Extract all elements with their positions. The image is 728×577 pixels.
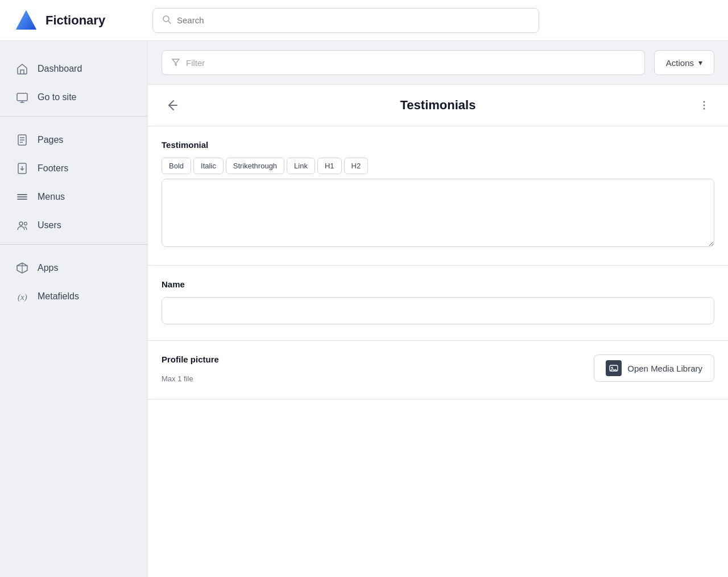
media-library-icon xyxy=(606,360,622,376)
main-layout: Dashboard Go to site Pages Footers xyxy=(0,41,728,577)
menu-icon xyxy=(16,191,28,203)
logo-area: Fictionary xyxy=(14,8,139,33)
sidebar-item-go-to-site[interactable]: Go to site xyxy=(0,83,147,112)
svg-point-18 xyxy=(24,222,27,225)
sidebar-item-menus[interactable]: Menus xyxy=(0,183,147,211)
toolbar-bold-btn[interactable]: Bold xyxy=(162,158,191,174)
sidebar-item-pages-label: Pages xyxy=(38,135,63,145)
content-area: Filter Actions ▾ Testimonials xyxy=(148,41,728,577)
sidebar-item-menus-label: Menus xyxy=(38,192,65,202)
name-section: Name xyxy=(148,266,728,341)
sidebar-item-dashboard-label: Dashboard xyxy=(38,64,82,74)
sidebar-item-footers-label: Footers xyxy=(38,163,68,174)
search-icon xyxy=(162,15,171,26)
filter-bar: Filter Actions ▾ xyxy=(148,41,728,85)
richtext-toolbar: Bold Italic Strikethrough Link H1 H2 xyxy=(162,158,714,174)
users-icon xyxy=(16,219,28,232)
panel-back-button[interactable] xyxy=(162,95,182,116)
sidebar-item-users[interactable]: Users xyxy=(0,211,147,240)
sidebar-item-apps[interactable]: Apps xyxy=(0,254,147,282)
app-title: Fictionary xyxy=(46,13,105,28)
file-icon xyxy=(16,134,28,146)
download-file-icon xyxy=(16,162,28,175)
sidebar-item-metafields[interactable]: (x) Metafields xyxy=(0,282,147,311)
sidebar-top-section: Dashboard Go to site xyxy=(0,50,147,117)
name-label: Name xyxy=(162,279,714,289)
toolbar-italic-btn[interactable]: Italic xyxy=(193,158,224,174)
open-media-library-label: Open Media Library xyxy=(627,364,702,373)
sidebar-item-users-label: Users xyxy=(38,220,61,230)
panel-header: Testimonials xyxy=(148,85,728,126)
svg-point-26 xyxy=(611,367,613,369)
toolbar-h2-btn[interactable]: H2 xyxy=(344,158,369,174)
sidebar-bottom-section: Apps (x) Metafields xyxy=(0,249,147,315)
svg-line-4 xyxy=(168,21,171,23)
open-media-library-button[interactable]: Open Media Library xyxy=(594,355,714,382)
svg-point-24 xyxy=(703,108,705,110)
sidebar-item-pages[interactable]: Pages xyxy=(0,126,147,154)
profile-picture-label: Profile picture xyxy=(162,355,219,364)
toolbar-link-btn[interactable]: Link xyxy=(287,158,315,174)
filter-icon xyxy=(171,57,180,68)
svg-rect-5 xyxy=(17,93,27,101)
testimonial-label: Testimonial xyxy=(162,140,714,150)
home-icon xyxy=(16,63,28,75)
sidebar-item-dashboard[interactable]: Dashboard xyxy=(0,55,147,83)
svg-point-17 xyxy=(19,222,23,225)
testimonial-editor[interactable] xyxy=(162,179,714,247)
logo-icon xyxy=(14,8,39,33)
profile-picture-section: Profile picture Max 1 file Open Media Li… xyxy=(148,341,728,399)
filter-input[interactable]: Filter xyxy=(162,50,645,75)
toolbar-strikethrough-btn[interactable]: Strikethrough xyxy=(226,158,284,174)
panel-more-button[interactable] xyxy=(694,95,714,116)
profile-picture-row: Profile picture Max 1 file Open Media Li… xyxy=(162,355,714,383)
top-header: Fictionary xyxy=(0,0,728,41)
name-input[interactable] xyxy=(162,297,714,324)
cube-icon xyxy=(16,262,28,274)
svg-point-22 xyxy=(703,101,705,103)
filter-placeholder-text: Filter xyxy=(186,58,205,68)
svg-text:(x): (x) xyxy=(18,292,27,302)
svg-marker-2 xyxy=(16,10,36,30)
monitor-icon xyxy=(16,91,28,104)
search-input[interactable] xyxy=(177,15,530,25)
profile-picture-labels: Profile picture Max 1 file xyxy=(162,355,219,383)
sidebar-item-apps-label: Apps xyxy=(38,263,58,273)
profile-picture-sublabel: Max 1 file xyxy=(162,374,219,383)
sidebar-item-footers[interactable]: Footers xyxy=(0,154,147,183)
search-bar[interactable] xyxy=(152,8,539,33)
panel-title: Testimonials xyxy=(400,98,476,113)
form-area: Testimonial Bold Italic Strikethrough Li… xyxy=(148,126,728,577)
variable-icon: (x) xyxy=(16,290,28,303)
actions-label: Actions xyxy=(666,58,694,68)
chevron-down-icon: ▾ xyxy=(698,58,702,67)
testimonial-section: Testimonial Bold Italic Strikethrough Li… xyxy=(148,126,728,266)
sidebar-item-metafields-label: Metafields xyxy=(38,291,79,302)
toolbar-h1-btn[interactable]: H1 xyxy=(317,158,342,174)
svg-point-23 xyxy=(703,105,705,106)
sidebar: Dashboard Go to site Pages Footers xyxy=(0,41,148,577)
sidebar-item-go-to-site-label: Go to site xyxy=(38,92,76,102)
sidebar-middle-section: Pages Footers Menus Users xyxy=(0,121,147,245)
actions-button[interactable]: Actions ▾ xyxy=(654,50,714,75)
